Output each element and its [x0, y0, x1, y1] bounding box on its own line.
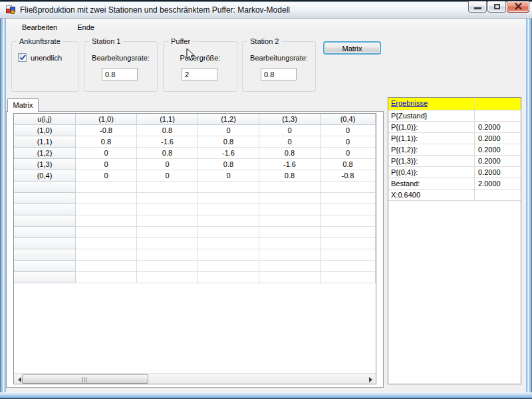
- results-row[interactable]: Bestand:2.0000: [388, 178, 521, 190]
- row-header-cell[interactable]: (1,3): [14, 159, 76, 170]
- row-header-cell[interactable]: [14, 238, 76, 249]
- matrix-cell[interactable]: [137, 182, 198, 193]
- row-header-cell[interactable]: [14, 182, 76, 193]
- results-row[interactable]: P{(1,0)}:0.2000: [388, 122, 521, 133]
- close-button[interactable]: [507, 1, 529, 13]
- matrix-cell[interactable]: 0: [198, 125, 259, 136]
- matrix-cell[interactable]: [198, 249, 259, 261]
- matrix-cell[interactable]: -0.8: [76, 125, 137, 136]
- matrix-cell[interactable]: 0: [259, 136, 321, 148]
- matrix-cell[interactable]: [137, 272, 198, 283]
- matrix-cell[interactable]: 0: [76, 148, 137, 159]
- matrix-cell[interactable]: [198, 238, 259, 249]
- unendlich-checkbox-row[interactable]: unendlich: [18, 53, 62, 62]
- matrix-cell[interactable]: [198, 227, 259, 238]
- results-row[interactable]: P{(1,1)}:0.2000: [388, 133, 521, 144]
- menu-item-ende[interactable]: Ende: [72, 21, 100, 34]
- row-header-cell[interactable]: (1,1): [14, 136, 76, 148]
- corner-header-cell[interactable]: u(i,j): [14, 114, 76, 125]
- matrix-cell[interactable]: [137, 227, 198, 238]
- scrollbar-thumb[interactable]: [22, 374, 148, 384]
- results-header[interactable]: Ergebnisse: [388, 98, 521, 110]
- matrix-cell[interactable]: [76, 193, 137, 204]
- matrix-cell[interactable]: -1.6: [137, 136, 198, 148]
- column-header-cell[interactable]: (1,0): [76, 114, 137, 125]
- matrix-cell[interactable]: [321, 249, 376, 261]
- column-header-cell[interactable]: (0,4): [321, 114, 376, 125]
- matrix-cell[interactable]: -1.6: [198, 148, 259, 159]
- row-header-cell[interactable]: (1,2): [14, 148, 76, 159]
- matrix-cell[interactable]: 0: [137, 159, 198, 170]
- matrix-cell[interactable]: [76, 238, 137, 249]
- matrix-cell[interactable]: [76, 261, 137, 272]
- matrix-cell[interactable]: 0.8: [137, 148, 198, 159]
- grid-horizontal-scrollbar[interactable]: [14, 373, 376, 384]
- matrix-cell[interactable]: 0.8: [321, 159, 376, 170]
- matrix-cell[interactable]: 0: [76, 159, 137, 170]
- row-header-cell[interactable]: (1,0): [14, 125, 76, 136]
- matrix-cell[interactable]: [76, 272, 137, 283]
- matrix-cell[interactable]: [321, 193, 376, 204]
- matrix-cell[interactable]: [321, 261, 376, 272]
- matrix-cell[interactable]: [76, 249, 137, 261]
- matrix-cell[interactable]: [321, 227, 376, 238]
- results-header-value-column[interactable]: [475, 98, 521, 110]
- matrix-cell[interactable]: 0: [321, 148, 376, 159]
- row-header-cell[interactable]: [14, 227, 76, 238]
- matrix-cell[interactable]: 0.8: [76, 136, 137, 148]
- row-header-cell[interactable]: (0,4): [14, 170, 76, 182]
- station1-rate-input[interactable]: [102, 68, 138, 80]
- matrix-cell[interactable]: 0: [321, 136, 376, 148]
- maximize-button[interactable]: [487, 1, 506, 13]
- results-row[interactable]: P{(1,2)}:0.2000: [388, 144, 521, 156]
- matrix-cell[interactable]: -0.8: [321, 170, 376, 182]
- minimize-button[interactable]: [468, 1, 487, 13]
- matrix-cell[interactable]: [198, 215, 259, 227]
- matrix-cell[interactable]: 0: [259, 125, 321, 136]
- matrix-cell[interactable]: [259, 272, 321, 283]
- column-header-cell[interactable]: (1,1): [137, 114, 198, 125]
- matrix-cell[interactable]: 0.8: [198, 136, 259, 148]
- puffer-size-input[interactable]: [182, 68, 217, 80]
- matrix-cell[interactable]: [137, 215, 198, 227]
- matrix-cell[interactable]: [259, 238, 321, 249]
- matrix-cell[interactable]: [259, 182, 321, 193]
- row-header-cell[interactable]: [14, 261, 76, 272]
- row-header-cell[interactable]: [14, 193, 76, 204]
- matrix-cell[interactable]: [137, 261, 198, 272]
- matrix-cell[interactable]: [321, 182, 376, 193]
- results-row[interactable]: P{(0,4)}:0.2000: [388, 167, 521, 178]
- matrix-cell[interactable]: 0: [321, 125, 376, 136]
- matrix-cell[interactable]: [198, 204, 259, 215]
- matrix-cell[interactable]: 0: [76, 170, 137, 182]
- matrix-cell[interactable]: [137, 204, 198, 215]
- matrix-cell[interactable]: [137, 238, 198, 249]
- matrix-cell[interactable]: [259, 215, 321, 227]
- matrix-cell[interactable]: [259, 249, 321, 261]
- matrix-cell[interactable]: [321, 204, 376, 215]
- column-header-cell[interactable]: (1,3): [259, 114, 321, 125]
- matrix-cell[interactable]: [76, 227, 137, 238]
- matrix-cell[interactable]: [76, 182, 137, 193]
- matrix-cell[interactable]: [76, 204, 137, 215]
- column-header-cell[interactable]: (1,2): [198, 114, 259, 125]
- results-row[interactable]: X:0.6400: [388, 190, 521, 201]
- matrix-cell[interactable]: 0.8: [137, 125, 198, 136]
- matrix-cell[interactable]: 0: [137, 170, 198, 182]
- matrix-cell[interactable]: [198, 182, 259, 193]
- matrix-cell[interactable]: 0.8: [259, 170, 321, 182]
- unendlich-checkbox[interactable]: [18, 53, 27, 62]
- row-header-cell[interactable]: [14, 204, 76, 215]
- results-row[interactable]: P{Zustand}: [388, 110, 521, 122]
- matrix-cell[interactable]: 0.8: [198, 159, 259, 170]
- matrix-cell[interactable]: [198, 261, 259, 272]
- matrix-cell[interactable]: [259, 261, 321, 272]
- row-header-cell[interactable]: [14, 249, 76, 261]
- menu-item-bearbeiten[interactable]: Bearbeiten: [17, 21, 63, 34]
- results-row[interactable]: P{(1,3)}:0.2000: [388, 156, 521, 167]
- matrix-button[interactable]: Matrix: [323, 41, 381, 55]
- app-icon[interactable]: [5, 5, 16, 15]
- matrix-cell[interactable]: [321, 272, 376, 283]
- row-header-cell[interactable]: [14, 215, 76, 227]
- matrix-cell[interactable]: 0: [198, 170, 259, 182]
